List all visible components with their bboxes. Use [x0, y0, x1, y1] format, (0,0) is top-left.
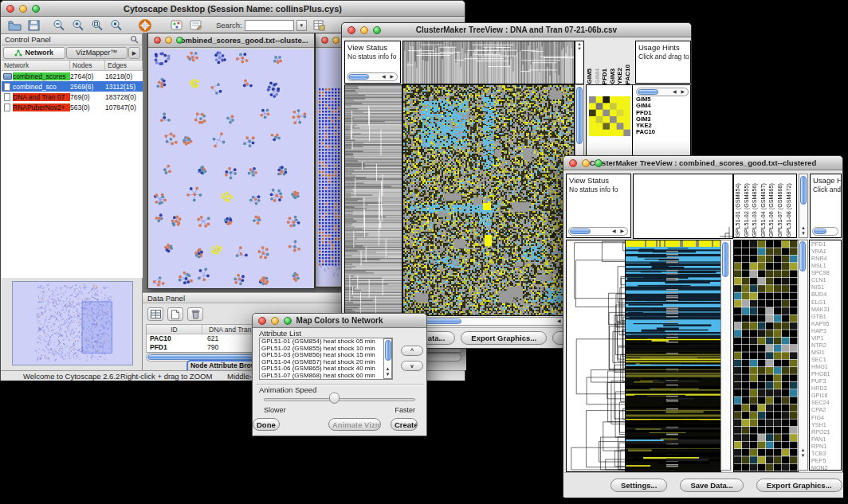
close-button[interactable] — [6, 5, 14, 13]
zoom-selected-icon[interactable] — [109, 18, 124, 32]
close-button[interactable] — [321, 37, 328, 44]
dialog-button[interactable]: Create Vizmap — [391, 418, 418, 431]
treeview-button[interactable]: Settings... — [610, 479, 667, 492]
minimize-button[interactable] — [271, 317, 279, 325]
attribute-table-icon[interactable] — [147, 307, 163, 321]
gene-label[interactable]: BUD4 — [810, 291, 841, 298]
gene-label[interactable]: CPA2 — [810, 406, 841, 413]
experiment-column-label[interactable]: GPL51-07 (GSM868) — [776, 183, 785, 237]
scroll-arrows-icon[interactable]: ▲▼ — [384, 366, 391, 377]
tab-overflow-arrow[interactable]: ▶ — [128, 47, 140, 59]
array-column-label[interactable]: GIM5 — [586, 68, 594, 84]
array-column-label[interactable]: GIM3 — [609, 68, 617, 84]
gene-label[interactable]: GPI16 — [810, 392, 841, 399]
save-icon[interactable] — [26, 18, 41, 32]
minimize-button[interactable] — [582, 159, 590, 167]
dialog-titlebar[interactable]: Map Colors to Network — [253, 314, 426, 328]
gene-label[interactable]: PEP5 — [810, 457, 841, 464]
zoomed-matrix-canvas[interactable] — [589, 96, 630, 136]
gene-label[interactable]: FIG4 — [810, 414, 841, 421]
minimize-button[interactable] — [332, 37, 340, 44]
search-config-icon[interactable] — [312, 18, 326, 32]
zoom-button[interactable] — [32, 5, 40, 13]
network-row[interactable]: combined_scores 2764(0) 16218(0) — [2, 71, 143, 81]
gene-label[interactable]: NTR2 — [810, 342, 841, 349]
scroll-arrows-icon[interactable]: ◀ ▶ — [382, 73, 395, 80]
gene-label[interactable]: MAK31 — [810, 306, 841, 313]
gene-label[interactable]: MON2 — [810, 464, 841, 471]
heatmap-vscrollbar[interactable] — [720, 240, 731, 471]
network-row[interactable]: RNAPuberNov2+ 563(0) 107847(0) — [2, 102, 143, 112]
network-view-1-titlebar[interactable]: combined_scores_good.txt--cluste... — [148, 33, 314, 48]
open-vizmapper-icon[interactable] — [189, 18, 203, 32]
heatmap-hscrollbar[interactable]: ◀ ▶ — [402, 317, 573, 326]
attribute-list-item[interactable]: GPL51-07 (GSM868) heat shock 60 min — [260, 373, 383, 380]
gene-label[interactable]: RNR4 — [810, 255, 841, 262]
gene-label[interactable]: MSL1 — [810, 262, 841, 269]
gene-label[interactable]: SPC98 — [810, 269, 841, 276]
close-button[interactable] — [258, 317, 266, 325]
array-column-label[interactable]: PAC10 — [624, 64, 632, 84]
close-button[interactable] — [569, 159, 577, 167]
slider-thumb[interactable] — [329, 393, 340, 404]
gene-label[interactable]: CLN1 — [810, 276, 841, 283]
close-button[interactable] — [347, 26, 355, 34]
move-up-button[interactable]: ^ — [401, 346, 423, 356]
array-column-label[interactable]: YKE2 — [616, 68, 624, 84]
col-network[interactable]: Network — [2, 61, 70, 70]
col-edges[interactable]: Edges — [105, 61, 143, 70]
view-status-scrollbar[interactable]: ◀ ▶ — [347, 72, 398, 81]
help-ring-icon[interactable] — [138, 18, 152, 32]
column-dendrogram-canvas[interactable] — [633, 174, 733, 239]
new-attribute-icon[interactable] — [167, 307, 183, 321]
dialog-button[interactable]: Done — [253, 418, 280, 431]
search-dropdown-arrow[interactable]: ▼ — [296, 20, 307, 31]
array-column-label[interactable]: PFD1 — [601, 68, 609, 84]
search-input[interactable] — [245, 20, 294, 31]
gene-label[interactable]: PUF3 — [810, 377, 841, 385]
gene-label[interactable]: SEC1 — [810, 356, 841, 363]
experiment-column-label[interactable]: GPL51-08 (GSM872) — [785, 183, 794, 237]
heatmap-canvas[interactable] — [402, 84, 575, 316]
scroll-arrows-icon[interactable]: ▲▼ — [799, 447, 807, 459]
gene-label[interactable]: SEC24 — [810, 399, 841, 406]
scroll-arrows-icon[interactable]: ▲▼ — [799, 225, 807, 236]
view-status-scrollbar[interactable]: ◀ ▶ — [568, 227, 628, 236]
zoom-button[interactable] — [176, 37, 183, 44]
zoomed-heatmap-canvas[interactable] — [733, 240, 799, 472]
open-folder-icon[interactable] — [7, 18, 22, 32]
gene-label[interactable]: HMG1 — [810, 363, 841, 370]
network-row[interactable]: combined_sco 2569(6) 13112(15) — [2, 81, 143, 92]
minimize-button[interactable] — [165, 37, 172, 44]
zoom-vscrollbar[interactable]: ▲▼ — [798, 240, 808, 471]
zoom-button[interactable] — [284, 317, 292, 325]
gene-label[interactable]: HRD3 — [810, 385, 841, 392]
close-button[interactable] — [154, 37, 161, 44]
animation-speed-slider[interactable] — [264, 398, 415, 401]
experiment-column-label[interactable]: GPL51-06 (GSM865) — [768, 183, 776, 237]
gene-label[interactable]: YSH1 — [810, 421, 841, 428]
gene-label[interactable]: MSI1 — [810, 349, 841, 356]
tab-network[interactable]: Network — [3, 47, 65, 59]
gene-label[interactable]: ELG1 — [810, 299, 841, 306]
treeview-button[interactable]: Save Data... — [680, 479, 743, 492]
move-down-button[interactable]: v — [401, 361, 423, 371]
gene-label[interactable]: PAN1 — [810, 436, 841, 443]
gene-label[interactable]: NIS1 — [810, 283, 841, 291]
gene-label[interactable]: PFD1 — [810, 240, 841, 248]
experiment-column-label[interactable]: GPL51-01 (GSM854) — [734, 183, 743, 237]
tab-vizmapper[interactable]: VizMapper™ — [66, 47, 128, 59]
minimize-button[interactable] — [360, 26, 368, 34]
zoom-button[interactable] — [373, 26, 381, 34]
treeview-button[interactable]: Export Graphics... — [756, 479, 842, 492]
delete-attribute-icon[interactable] — [187, 307, 203, 321]
zoom-in-icon[interactable] — [71, 18, 85, 32]
heatmap-canvas[interactable] — [625, 240, 721, 472]
import-network-icon[interactable] — [170, 18, 184, 32]
dialog-button[interactable]: Animate Vizmap — [328, 418, 381, 431]
scroll-arrows-icon[interactable]: ◀ ▶ — [612, 228, 626, 235]
gene-label[interactable]: HAP3 — [810, 327, 841, 334]
treeview2-titlebar[interactable]: ClusterMaker TreeView : combined_scores_… — [563, 156, 842, 170]
array-column-label[interactable]: GIM4 — [594, 68, 602, 84]
gene-label[interactable]: VIP1 — [810, 334, 841, 342]
